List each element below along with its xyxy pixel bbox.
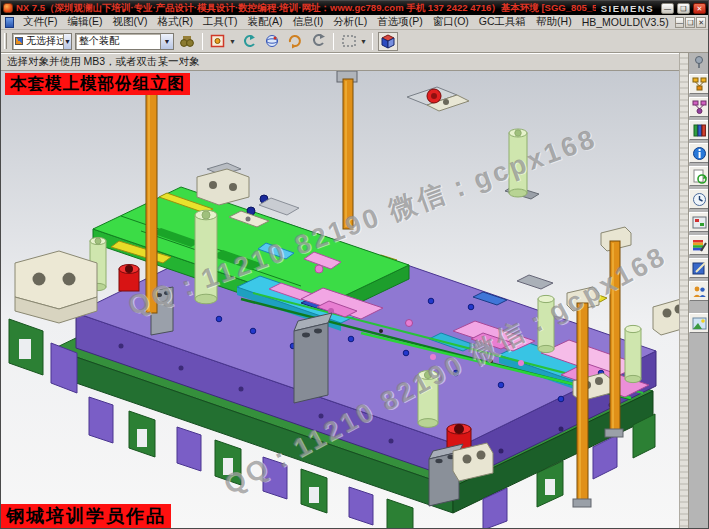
image-icon [692, 316, 707, 331]
mdi-close-button[interactable]: ✕ [696, 17, 706, 28]
graphics-viewport[interactable]: QQ：11210 82190 微信：gcpx168 QQ：11210 82190… [1, 71, 679, 528]
chevron-down-icon[interactable]: ▼ [63, 34, 71, 49]
restore-button[interactable]: ❑ [677, 3, 690, 14]
roles-button[interactable] [689, 258, 709, 278]
constraint-navigator-button[interactable] [689, 97, 709, 117]
assembly-navigator-button[interactable] [689, 74, 709, 94]
close-button[interactable]: ✕ [693, 3, 706, 14]
menu-assemblies[interactable]: 装配(A) [242, 15, 287, 29]
menu-edit[interactable]: 编辑(E) [62, 15, 107, 29]
menu-gc-toolbox[interactable]: GC工具箱 [474, 15, 531, 29]
constraint-navigator-icon [692, 100, 707, 115]
zoom-box-button[interactable] [339, 32, 359, 51]
pushpin-icon[interactable] [690, 55, 708, 69]
hd3d-tools-icon [692, 215, 707, 230]
groups-button[interactable] [689, 281, 709, 301]
menu-analysis[interactable]: 分析(L) [328, 15, 372, 29]
menu-preferences[interactable]: 首选项(P) [372, 15, 428, 29]
filter-icon [15, 37, 23, 45]
menu-tools[interactable]: 工具(T) [198, 15, 242, 29]
undo-button[interactable] [239, 32, 259, 51]
rotate-view-button[interactable] [308, 32, 328, 51]
binoculars-icon [179, 33, 195, 49]
menu-window[interactable]: 窗口(O) [428, 15, 474, 29]
menu-bar: 文件(F) 编辑(E) 视图(V) 格式(R) 工具(T) 装配(A) 信息(I… [1, 15, 708, 30]
top-banner: 本套模上模部份组立图 [5, 73, 190, 95]
internet-explorer-button[interactable] [689, 143, 709, 163]
move-object-button[interactable] [208, 32, 228, 51]
menu-view[interactable]: 视图(V) [107, 15, 152, 29]
prompt-bar: 选择对象并使用 MB3，或者双击某一对象 [1, 53, 679, 71]
resource-bar [689, 53, 709, 528]
window-title: NX 7.5（深圳观澜山下培训·专业·产品设计·模具设计·数控编程·培训·网址：… [16, 2, 596, 15]
dashed-rectangle-icon [341, 33, 357, 49]
rotate-arrow-icon [310, 33, 326, 49]
menu-format[interactable]: 格式(R) [152, 15, 198, 29]
selection-scope-combo[interactable]: 整个装配 ▼ [75, 33, 174, 50]
refresh-view-button[interactable] [285, 32, 305, 51]
menu-file[interactable]: 文件(F) [18, 15, 62, 29]
move-object-icon [210, 33, 226, 49]
visual-reports-button[interactable] [689, 235, 709, 255]
refresh-arrow-icon [287, 33, 303, 49]
nx-logo-icon [3, 3, 13, 13]
mdi-minimize-button[interactable]: — [675, 17, 685, 28]
hd3d-tools-button[interactable] [689, 212, 709, 232]
type-filter-value: 无选择过滤器 [23, 34, 63, 48]
menu-hb-mould[interactable]: HB_MOULD(V3.5) [577, 16, 674, 28]
reuse-library-icon [692, 169, 707, 184]
orient-sphere-icon [264, 33, 280, 49]
die-assembly-model[interactable] [1, 71, 679, 528]
shaded-cube-button[interactable] [378, 32, 398, 51]
prompt-text: 选择对象并使用 MB3，或者双击某一对象 [7, 55, 200, 69]
roles-icon [692, 261, 707, 276]
part-navigator-icon [692, 123, 707, 138]
find-button[interactable] [177, 32, 197, 51]
shaded-cube-icon [380, 33, 396, 49]
history-button[interactable] [689, 189, 709, 209]
minimize-button[interactable]: — [661, 3, 674, 14]
chevron-down-icon[interactable]: ▼ [360, 38, 367, 45]
menu-help[interactable]: 帮助(H) [531, 15, 577, 29]
visual-reports-icon [692, 238, 707, 253]
history-clock-icon [692, 192, 707, 207]
true-shading-button[interactable] [689, 313, 709, 333]
title-bar: NX 7.5（深圳观澜山下培训·专业·产品设计·模具设计·数控编程·培训·网址：… [1, 1, 708, 15]
orient-view-button[interactable] [262, 32, 282, 51]
people-icon [692, 284, 707, 299]
selection-toolbar: 无选择过滤器 ▼ 整个装配 ▼ ▼ ▼ [1, 30, 708, 53]
toolbar-grip[interactable] [4, 33, 7, 49]
mdi-restore-button[interactable]: ❑ [685, 17, 695, 28]
main-area: 选择对象并使用 MB3，或者双击某一对象 [1, 53, 708, 528]
reuse-library-button[interactable] [689, 166, 709, 186]
chevron-down-icon[interactable]: ▼ [229, 38, 236, 45]
part-navigator-button[interactable] [689, 120, 709, 140]
nx-application-window: NX 7.5（深圳观澜山下培训·专业·产品设计·模具设计·数控编程·培训·网址：… [0, 0, 709, 529]
selection-scope-value: 整个装配 [76, 34, 160, 48]
document-icon [5, 17, 14, 28]
menu-information[interactable]: 信息(I) [287, 15, 328, 29]
type-filter-combo[interactable]: 无选择过滤器 ▼ [12, 33, 72, 50]
undo-arrow-icon [241, 33, 257, 49]
sidebar-splitter[interactable] [679, 53, 689, 528]
siemens-brand: SIEMENS [601, 3, 654, 14]
assembly-navigator-icon [692, 77, 707, 92]
chevron-down-icon[interactable]: ▼ [160, 34, 173, 49]
internet-explorer-icon [692, 146, 707, 161]
bottom-banner: 钢城培训学员作品 [1, 504, 171, 528]
